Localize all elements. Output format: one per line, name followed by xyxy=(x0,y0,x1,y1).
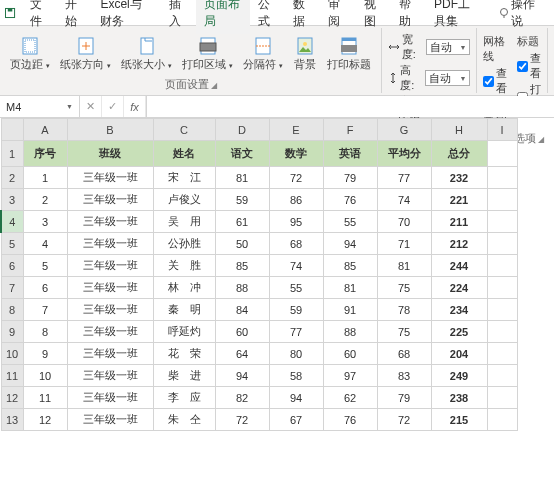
save-icon[interactable] xyxy=(4,6,16,20)
cell[interactable]: 91 xyxy=(323,299,377,321)
cell[interactable]: 249 xyxy=(431,365,487,387)
header-cell[interactable]: 数学 xyxy=(269,141,323,167)
cell[interactable]: 94 xyxy=(269,387,323,409)
cell[interactable]: 68 xyxy=(269,233,323,255)
cancel-button[interactable]: ✕ xyxy=(80,96,102,117)
spreadsheet-grid[interactable]: ABCDEFGHI1序号班级姓名语文数学英语平均分总分21三年级一班宋 江817… xyxy=(0,118,554,431)
cell[interactable]: 79 xyxy=(323,167,377,189)
cell[interactable]: 244 xyxy=(431,255,487,277)
cell[interactable]: 224 xyxy=(431,277,487,299)
cell[interactable]: 232 xyxy=(431,167,487,189)
height-select[interactable]: 自动▼ xyxy=(425,70,470,86)
cell[interactable]: 58 xyxy=(269,365,323,387)
cell[interactable]: 59 xyxy=(215,189,269,211)
row-header-7[interactable]: 7 xyxy=(1,277,23,299)
cell[interactable]: 三年级一班 xyxy=(67,255,153,277)
cell[interactable]: 221 xyxy=(431,189,487,211)
pagesetup-背景[interactable]: 背景 xyxy=(289,30,321,77)
cell[interactable]: 211 xyxy=(431,211,487,233)
cell[interactable] xyxy=(487,365,517,387)
fx-button[interactable]: fx xyxy=(124,96,146,117)
gridlines-view-checkbox[interactable]: 查看 xyxy=(483,66,507,96)
row-header-5[interactable]: 5 xyxy=(1,233,23,255)
cell[interactable]: 55 xyxy=(323,211,377,233)
cell[interactable]: 234 xyxy=(431,299,487,321)
select-all-corner[interactable] xyxy=(1,119,23,141)
cell[interactable]: 吴 用 xyxy=(153,211,215,233)
cell[interactable] xyxy=(487,343,517,365)
cell[interactable]: 80 xyxy=(269,343,323,365)
cell[interactable]: 5 xyxy=(23,255,67,277)
cell[interactable]: 关 胜 xyxy=(153,255,215,277)
header-cell[interactable]: 总分 xyxy=(431,141,487,167)
col-header-F[interactable]: F xyxy=(323,119,377,141)
cell[interactable]: 卢俊义 xyxy=(153,189,215,211)
width-select[interactable]: 自动▼ xyxy=(426,39,470,55)
cell[interactable]: 9 xyxy=(23,343,67,365)
cell[interactable]: 85 xyxy=(323,255,377,277)
cell[interactable]: 12 xyxy=(23,409,67,431)
cell[interactable]: 三年级一班 xyxy=(67,387,153,409)
col-header-D[interactable]: D xyxy=(215,119,269,141)
header-cell[interactable]: 序号 xyxy=(23,141,67,167)
row-header-6[interactable]: 6 xyxy=(1,255,23,277)
cell[interactable]: 呼延灼 xyxy=(153,321,215,343)
header-cell[interactable]: 英语 xyxy=(323,141,377,167)
cell[interactable]: 三年级一班 xyxy=(67,189,153,211)
cell[interactable]: 60 xyxy=(323,343,377,365)
cell[interactable]: 86 xyxy=(269,189,323,211)
name-box[interactable]: M4▼ xyxy=(0,96,80,117)
formula-input[interactable] xyxy=(147,96,554,117)
cell[interactable]: 78 xyxy=(377,299,431,321)
cell[interactable]: 宋 江 xyxy=(153,167,215,189)
cell[interactable] xyxy=(487,387,517,409)
cell[interactable]: 1 xyxy=(23,167,67,189)
cell[interactable]: 72 xyxy=(269,167,323,189)
cell[interactable]: 88 xyxy=(323,321,377,343)
col-header-H[interactable]: H xyxy=(431,119,487,141)
cell[interactable]: 64 xyxy=(215,343,269,365)
cell[interactable]: 71 xyxy=(377,233,431,255)
cell[interactable]: 三年级一班 xyxy=(67,321,153,343)
col-header-A[interactable]: A xyxy=(23,119,67,141)
cell[interactable]: 62 xyxy=(323,387,377,409)
cell[interactable]: 59 xyxy=(269,299,323,321)
dialog-launcher-icon[interactable]: ◢ xyxy=(211,81,217,90)
col-header-E[interactable]: E xyxy=(269,119,323,141)
col-header-G[interactable]: G xyxy=(377,119,431,141)
cell[interactable]: 林 冲 xyxy=(153,277,215,299)
cell[interactable]: 83 xyxy=(377,365,431,387)
row-header-12[interactable]: 12 xyxy=(1,387,23,409)
row-header-2[interactable]: 2 xyxy=(1,167,23,189)
cell[interactable]: 74 xyxy=(269,255,323,277)
row-header-1[interactable]: 1 xyxy=(1,141,23,167)
cell[interactable]: 李 应 xyxy=(153,387,215,409)
pagesetup-纸张大小[interactable]: 纸张大小 ▾ xyxy=(117,30,176,77)
row-header-8[interactable]: 8 xyxy=(1,299,23,321)
cell[interactable]: 97 xyxy=(323,365,377,387)
header-cell[interactable]: 班级 xyxy=(67,141,153,167)
cell[interactable]: 50 xyxy=(215,233,269,255)
cell[interactable]: 212 xyxy=(431,233,487,255)
headings-view-checkbox[interactable]: 查看 xyxy=(517,51,541,81)
pagesetup-分隔符[interactable]: 分隔符 ▾ xyxy=(239,30,287,77)
cell[interactable]: 三年级一班 xyxy=(67,277,153,299)
cell[interactable]: 79 xyxy=(377,387,431,409)
row-header-3[interactable]: 3 xyxy=(1,189,23,211)
cell[interactable]: 三年级一班 xyxy=(67,211,153,233)
cell[interactable]: 75 xyxy=(377,321,431,343)
cell[interactable]: 2 xyxy=(23,189,67,211)
cell[interactable] xyxy=(487,277,517,299)
cell[interactable]: 三年级一班 xyxy=(67,343,153,365)
header-cell[interactable]: 语文 xyxy=(215,141,269,167)
cell[interactable] xyxy=(487,321,517,343)
cell[interactable]: 70 xyxy=(377,211,431,233)
cell[interactable]: 7 xyxy=(23,299,67,321)
pagesetup-纸张方向[interactable]: 纸张方向 ▾ xyxy=(56,30,115,77)
cell[interactable] xyxy=(487,299,517,321)
cell[interactable]: 三年级一班 xyxy=(67,409,153,431)
cell[interactable]: 76 xyxy=(323,189,377,211)
pagesetup-打印区域[interactable]: 打印区域 ▾ xyxy=(178,30,237,77)
cell[interactable]: 94 xyxy=(215,365,269,387)
cell[interactable]: 215 xyxy=(431,409,487,431)
